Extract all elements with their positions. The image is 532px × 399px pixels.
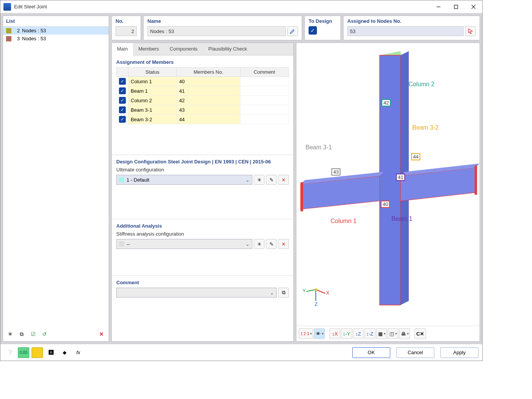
table-row[interactable]: ✓Beam 141 [117, 86, 289, 96]
edit-config-button[interactable]: ✎ [266, 175, 277, 185]
row-checkbox[interactable]: ✓ [119, 87, 126, 94]
pencil-icon [290, 28, 296, 34]
cell-comment [240, 86, 288, 96]
name-input[interactable] [147, 26, 286, 36]
list-item[interactable]: 3 Nodes : 53 [3, 35, 109, 43]
cell-members-no: 44 [177, 115, 240, 124]
tabs-card: Main Members Components Plausibility Che… [111, 43, 294, 342]
list-item-label: Nodes : 53 [22, 28, 46, 33]
note-button[interactable]: ◆ [59, 347, 70, 358]
row-checkbox[interactable]: ✓ [119, 116, 126, 123]
annotation-button[interactable]: 🅰 [45, 347, 57, 358]
to-design-label: To Design [309, 18, 337, 24]
svg-line-13 [316, 290, 325, 293]
header-cards: No. Name To Design ✓ [111, 16, 480, 40]
diamond-icon: ◆ [63, 350, 66, 355]
units-button[interactable]: 0,00 [18, 347, 29, 358]
minimize-button[interactable] [430, 0, 447, 13]
wireframe-button[interactable]: ◫▾ [388, 328, 398, 339]
viewer-label: Column 2 [408, 81, 434, 88]
section-additional: Additional Analysis Stiffness analysis c… [112, 219, 293, 276]
tab-main[interactable]: Main [112, 43, 133, 55]
view-x-button[interactable]: ↕X [329, 328, 340, 339]
new-config-button[interactable]: ✳ [254, 175, 264, 185]
view-y-button[interactable]: ↕-Y [341, 328, 352, 339]
svg-text:X: X [326, 290, 329, 296]
maximize-button[interactable] [447, 0, 465, 13]
viewer-panel: Column 2Beam 3-2Beam 3-1Column 1Beam 142… [296, 43, 480, 342]
list-header: List [3, 16, 109, 27]
app-icon [3, 3, 11, 11]
new-item-button[interactable]: ✳ [5, 329, 15, 339]
check-item-button[interactable]: ☑ [28, 329, 38, 339]
tab-plausibility[interactable]: Plausibility Check [203, 43, 252, 55]
row-checkbox[interactable]: ✓ [119, 106, 126, 113]
svg-text:Y: Y [302, 288, 306, 293]
no-input[interactable] [116, 26, 137, 36]
comment-library-button[interactable]: ⧉ [278, 288, 289, 298]
color-button[interactable] [32, 347, 43, 358]
apply-button[interactable]: Apply [440, 347, 478, 358]
ultimate-config-dropdown[interactable]: 1 - Default ⌄ [116, 175, 252, 185]
svg-line-15 [306, 290, 316, 291]
right-panel: No. Name To Design ✓ [111, 16, 482, 342]
left-column: Main Members Components Plausibility Che… [111, 43, 294, 342]
edit-name-button[interactable] [287, 26, 298, 36]
reset-icon: C✕ [416, 331, 424, 337]
rendering-button[interactable]: ▦▾ [376, 328, 387, 339]
reset-view-button[interactable]: C✕ [415, 328, 426, 339]
delete-config-button[interactable]: ✕ [278, 175, 289, 185]
formula-button[interactable]: fx [73, 347, 84, 358]
table-row[interactable]: ✓Column 242 [117, 96, 289, 105]
stiffness-config-dropdown[interactable]: -- ⌄ [116, 239, 252, 249]
view-z-button[interactable]: ↕Z [353, 328, 364, 339]
uncheck-item-button[interactable]: ↺ [40, 329, 49, 339]
list-item-num: 2 [14, 28, 20, 33]
viewer-canvas[interactable]: Column 2Beam 3-2Beam 3-1Column 1Beam 142… [296, 43, 480, 326]
tab-components[interactable]: Components [164, 43, 203, 55]
chevron-down-icon: ⌄ [245, 177, 250, 183]
table-row[interactable]: ✓Column 140 [117, 77, 289, 86]
numbering-button[interactable]: 1 2 3▾ [299, 328, 313, 339]
row-checkbox[interactable]: ✓ [119, 78, 126, 85]
comment-dropdown[interactable]: ⌄ [116, 288, 277, 298]
table-row[interactable]: ✓Beam 3-244 [117, 115, 289, 124]
delete-stiffness-button[interactable]: ✕ [278, 239, 289, 249]
viewer-label: Beam 1 [391, 215, 412, 222]
assigned-label: Assigned to Nodes No. [347, 18, 476, 24]
edit-stiffness-button[interactable]: ✎ [266, 239, 277, 249]
comment-title: Comment [116, 280, 289, 285]
list-toolbar: ✳ ⧉ ☑ ↺ ✕ [3, 327, 109, 341]
cell-status: Beam 1 [128, 86, 177, 96]
table-row[interactable]: ✓Beam 3-143 [117, 105, 289, 115]
delete-item-button[interactable]: ✕ [97, 329, 106, 339]
viewer-tag: 43 [331, 168, 340, 176]
pick-nodes-button[interactable] [465, 26, 476, 36]
list-item[interactable]: 2 Nodes : 53 [3, 27, 109, 35]
svg-rect-12 [475, 166, 477, 195]
help-button[interactable]: ❔ [4, 347, 16, 358]
printer-icon: 🖶 [401, 331, 406, 337]
row-checkbox[interactable]: ✓ [119, 97, 126, 104]
window-title: Edit Steel Joint [14, 4, 430, 10]
chevron-down-icon: ⌄ [245, 241, 250, 247]
new-stiffness-button[interactable]: ✳ [254, 239, 264, 249]
copy-item-button[interactable]: ⧉ [17, 329, 27, 339]
cancel-button[interactable]: Cancel [396, 347, 434, 358]
additional-title: Additional Analysis [116, 223, 289, 229]
viewer-tag: 44 [411, 153, 420, 160]
assigned-input[interactable] [347, 26, 464, 36]
tab-members[interactable]: Members [133, 43, 164, 55]
ok-button[interactable]: OK [352, 347, 390, 358]
view-neg-z-button[interactable]: ↕-Z [364, 328, 375, 339]
list-item-num: 3 [14, 36, 20, 41]
print-button[interactable]: 🖶▾ [399, 328, 410, 339]
view-mode-button[interactable]: 👁▾ [314, 328, 325, 339]
assignment-title: Assignment of Members [116, 59, 289, 65]
section-comment: Comment ⌄ ⧉ [112, 276, 293, 301]
main-area: List 2 Nodes : 53 3 Nodes : 53 ✳ ⧉ ☑ ↺ [0, 13, 482, 344]
close-button[interactable] [465, 0, 482, 13]
to-design-checkbox[interactable]: ✓ [309, 26, 317, 35]
dialog-window: Edit Steel Joint List 2 Nodes : 53 3 [0, 0, 483, 361]
svg-rect-11 [301, 182, 303, 212]
